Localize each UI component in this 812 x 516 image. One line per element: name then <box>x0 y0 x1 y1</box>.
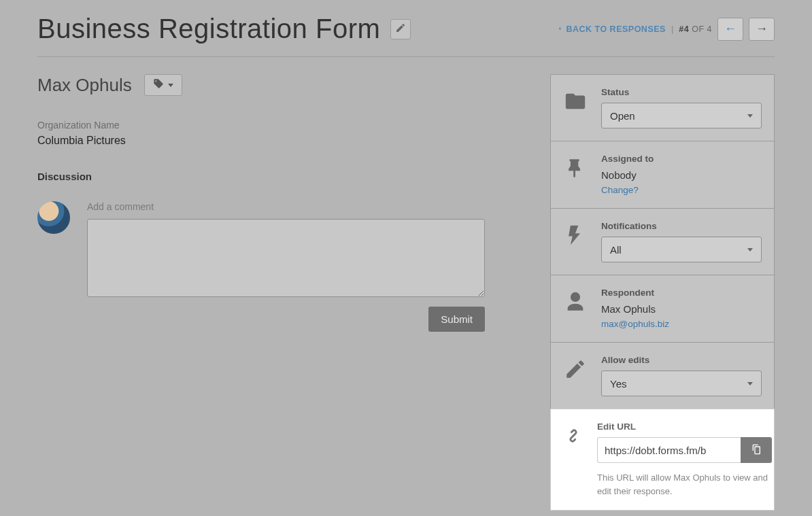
page-title: Business Registration Form <box>37 14 380 44</box>
respondent-header: Max Ophuls <box>37 74 526 96</box>
respondent-name: Max Ophuls <box>37 75 132 96</box>
comment-input[interactable] <box>87 219 485 297</box>
comment-row: Add a comment Submit <box>37 201 526 332</box>
assigned-change-link[interactable]: Change? <box>601 185 639 195</box>
submit-comment-button[interactable]: Submit <box>428 307 485 332</box>
edit-title-button[interactable] <box>390 19 411 39</box>
allow-edits-value: Yes <box>610 378 626 390</box>
caret-down-icon <box>747 114 753 118</box>
avatar <box>37 201 70 234</box>
pencil-icon <box>562 355 589 396</box>
discussion-heading: Discussion <box>37 171 526 182</box>
caret-down-icon <box>168 84 173 87</box>
pin-icon <box>562 154 589 196</box>
sidebar: Status Open Assigned to Nobody Change? <box>550 74 775 511</box>
edit-url-label: Edit URL <box>597 422 772 432</box>
title-wrap: Business Registration Form <box>37 14 411 44</box>
org-name-value: Columbia Pictures <box>37 135 526 147</box>
separator: | <box>671 24 673 34</box>
card-status: Status Open <box>550 74 775 141</box>
counter-of: OF <box>692 24 704 34</box>
back-label-text: BACK TO RESPONSES <box>566 24 666 34</box>
respondent-label: Respondent <box>601 288 762 298</box>
card-respondent: Respondent Max Ophuls max@ophuls.biz <box>550 275 775 342</box>
status-select[interactable]: Open <box>601 103 762 128</box>
page-header: Business Registration Form BACK TO RESPO… <box>37 14 775 57</box>
caret-down-icon <box>747 248 753 252</box>
assigned-value: Nobody <box>601 169 762 181</box>
pencil-icon <box>395 22 406 35</box>
notifications-select[interactable]: All <box>601 237 762 262</box>
respondent-email-link[interactable]: max@ophuls.biz <box>601 319 669 329</box>
tag-icon <box>153 78 164 92</box>
folder-icon <box>562 87 589 128</box>
copy-icon <box>751 444 762 457</box>
copy-url-button[interactable] <box>741 437 772 463</box>
allow-edits-select[interactable]: Yes <box>601 371 762 396</box>
main-column: Max Ophuls Organization Name Columbia Pi… <box>37 74 526 332</box>
caret-left-icon <box>556 24 563 34</box>
card-assigned: Assigned to Nobody Change? <box>550 141 775 208</box>
card-notifications: Notifications All <box>550 208 775 275</box>
header-right: BACK TO RESPONSES | #4 OF 4 ← → <box>556 18 775 41</box>
back-to-responses-link[interactable]: BACK TO RESPONSES <box>556 24 666 34</box>
prev-response-button[interactable]: ← <box>717 18 743 41</box>
edit-url-input[interactable] <box>597 437 741 463</box>
allow-edits-label: Allow edits <box>601 355 762 365</box>
response-counter: #4 OF 4 <box>679 24 712 34</box>
status-value: Open <box>610 110 635 122</box>
bolt-icon <box>562 221 589 262</box>
card-edit-url: Edit URL This URL will allow Max Ophuls … <box>550 409 775 511</box>
card-allow-edits: Allow edits Yes <box>550 342 775 409</box>
comment-form: Add a comment Submit <box>87 201 526 332</box>
assigned-label: Assigned to <box>601 154 762 164</box>
counter-total: 4 <box>707 24 712 34</box>
edit-url-note: This URL will allow Max Ophuls to view a… <box>597 471 772 498</box>
arrow-left-icon: ← <box>724 22 737 36</box>
org-name-label: Organization Name <box>37 120 526 131</box>
respondent-name-value: Max Ophuls <box>601 303 762 315</box>
user-icon <box>562 288 589 330</box>
counter-current: #4 <box>679 24 689 34</box>
comment-label: Add a comment <box>87 201 526 212</box>
next-response-button[interactable]: → <box>749 18 775 41</box>
notifications-value: All <box>610 244 622 256</box>
notifications-label: Notifications <box>601 221 762 231</box>
status-label: Status <box>601 87 762 97</box>
arrow-right-icon: → <box>756 22 768 36</box>
tag-dropdown[interactable] <box>144 74 182 96</box>
link-icon <box>562 422 585 498</box>
caret-down-icon <box>747 382 753 385</box>
